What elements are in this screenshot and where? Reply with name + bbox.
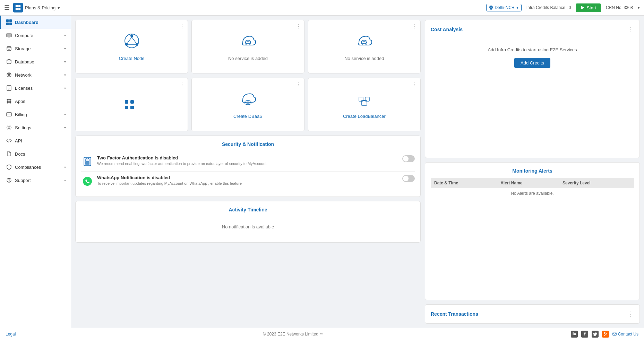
whatsapp-text: WhatsApp Notification is disabled To rec… <box>97 175 399 185</box>
compute-icon <box>6 32 12 38</box>
billing-chevron: ▾ <box>64 113 66 116</box>
two-factor-title: Two Factor Authentication is disabled <box>97 155 399 160</box>
no-service-1-icon <box>239 32 257 53</box>
sidebar-item-compute[interactable]: Compute ▾ <box>0 29 71 42</box>
security-notification-panel: Security & Notification Two Factor Authe… <box>75 136 421 197</box>
logo-box[interactable]: Plans & Pricing ▾ <box>13 3 60 12</box>
svg-point-37 <box>125 43 128 46</box>
no-service-2-label: No service is added <box>344 56 384 61</box>
start-button[interactable]: Start <box>576 3 601 12</box>
sidebar-item-network[interactable]: Network ▾ <box>0 68 71 81</box>
monitoring-table: Date & Time Alert Name Severity Level No… <box>431 178 634 199</box>
monitoring-title: Monitoring Alerts <box>431 168 634 174</box>
region-selector[interactable]: Delhi-NCR ▾ <box>486 4 521 11</box>
sidebar-item-docs[interactable]: Docs <box>0 147 71 160</box>
lock-icon <box>81 155 94 168</box>
recent-transactions-panel: Recent Transactions ⋮ <box>425 304 640 324</box>
footer-copyright: © 2023 E2E Networks Limited ™ <box>263 332 324 337</box>
cost-analysis-title: Cost Analysis <box>431 27 463 32</box>
footer-legal[interactable]: Legal <box>6 332 16 337</box>
billing-icon <box>6 111 12 117</box>
cost-analysis-menu[interactable]: ⋮ <box>628 26 634 33</box>
two-factor-row: Two Factor Authentication is disabled We… <box>81 152 415 172</box>
settings-icon <box>6 124 12 131</box>
card-no-service-1[interactable]: ⋮ No service is added <box>191 20 304 73</box>
database-icon <box>6 59 12 65</box>
svg-point-20 <box>7 99 8 101</box>
crn-chevron: ▾ <box>638 6 640 10</box>
create-node-icon <box>123 32 140 53</box>
whatsapp-row: WhatsApp Notification is disabled To rec… <box>81 172 415 191</box>
add-credits-button[interactable]: Add Credits <box>514 58 550 68</box>
footer: Legal © 2023 E2E Networks Limited ™ Cont… <box>0 328 644 340</box>
col-severity: Severity Level <box>559 178 634 188</box>
facebook-icon[interactable] <box>581 331 588 338</box>
card-menu-create-node[interactable]: ⋮ <box>179 23 185 29</box>
footer-contact-label: Contact Us <box>618 332 638 337</box>
card-menu-dots[interactable]: ⋮ <box>179 81 185 87</box>
topbar-right: Delhi-NCR ▾ Infra Credits Balance : 0 St… <box>486 3 640 12</box>
whatsapp-desc: To receive important updates regarding M… <box>97 181 399 185</box>
sidebar-item-apps[interactable]: Apps <box>0 95 71 108</box>
card-create-node[interactable]: ⋮ Create Node <box>75 20 188 73</box>
two-factor-toggle[interactable] <box>402 155 415 162</box>
svg-rect-1 <box>18 5 20 7</box>
card-menu-lb[interactable]: ⋮ <box>412 81 418 87</box>
twitter-icon[interactable] <box>592 331 599 338</box>
cards-grid-row2: ⋮ ⋮ <box>75 78 421 131</box>
create-dbaas-label: Create DBaaS <box>233 114 263 119</box>
storage-icon <box>6 45 12 52</box>
activity-timeline-title: Activity Timeline <box>81 207 415 212</box>
create-node-label: Create Node <box>119 56 145 61</box>
sidebar-item-storage[interactable]: Storage ▾ <box>0 42 71 55</box>
licenses-chevron: ▾ <box>64 86 66 90</box>
whatsapp-toggle[interactable] <box>402 175 415 182</box>
col-datetime: Date & Time <box>431 178 497 188</box>
svg-rect-2 <box>16 8 18 10</box>
card-menu-no-service-2[interactable]: ⋮ <box>412 23 418 29</box>
sidebar-item-billing[interactable]: Billing ▾ <box>0 108 71 121</box>
apps-icon <box>6 98 12 104</box>
sidebar-item-dashboard[interactable]: Dashboard <box>0 16 71 29</box>
alert-empty-row: No Alerts are available. <box>431 188 634 199</box>
card-no-service-2[interactable]: ⋮ No service is added <box>308 20 421 73</box>
support-icon <box>6 177 12 183</box>
linkedin-icon[interactable] <box>571 331 578 338</box>
card-create-lb[interactable]: ⋮ Create LoadBalancer <box>308 78 421 131</box>
cost-title-row: Cost Analysis ⋮ <box>431 26 634 33</box>
crn-label[interactable]: CRN No. 3368 <box>606 5 633 10</box>
sidebar-label-billing: Billing <box>15 112 27 117</box>
dashboard-icon <box>6 19 12 25</box>
sidebar: Dashboard Compute ▾ Storage ▾ Database ▾ <box>0 16 71 328</box>
sidebar-item-licenses[interactable]: Licenses ▾ <box>0 81 71 95</box>
sidebar-item-settings[interactable]: Settings ▾ <box>0 121 71 134</box>
hamburger-icon[interactable]: ☰ <box>4 4 10 11</box>
svg-point-36 <box>130 34 133 37</box>
sidebar-item-api[interactable]: API <box>0 134 71 147</box>
card-menu-dbaas[interactable]: ⋮ <box>296 81 301 87</box>
database-chevron: ▾ <box>64 60 66 64</box>
sidebar-item-support[interactable]: Support ▾ <box>0 174 71 187</box>
svg-rect-3 <box>18 8 20 10</box>
settings-chevron: ▾ <box>64 126 66 130</box>
svg-line-32 <box>9 139 9 142</box>
no-service-2-icon <box>355 32 373 53</box>
alert-table-header: Date & Time Alert Name Severity Level <box>431 178 634 188</box>
recent-transactions-menu[interactable]: ⋮ <box>628 310 634 318</box>
storage-chevron: ▾ <box>64 47 66 51</box>
footer-contact[interactable]: Contact Us <box>612 332 638 337</box>
rss-icon[interactable] <box>602 331 609 338</box>
plans-label: Plans & Pricing <box>25 5 55 10</box>
sidebar-label-licenses: Licenses <box>15 86 33 91</box>
card-menu-no-service-1[interactable]: ⋮ <box>296 23 301 29</box>
whatsapp-icon <box>81 175 94 188</box>
card-create-dbaas[interactable]: ⋮ Create DBaaS <box>191 78 304 131</box>
two-factor-text: Two Factor Authentication is disabled We… <box>97 155 399 166</box>
sidebar-item-database[interactable]: Database ▾ <box>0 55 71 68</box>
sidebar-label-apps: Apps <box>15 99 25 104</box>
cost-analysis-msg: Add Infra Credits to start using E2E Ser… <box>488 47 577 52</box>
card-dots[interactable]: ⋮ <box>75 78 188 131</box>
plans-dropdown-arrow[interactable]: ▾ <box>58 5 60 10</box>
svg-rect-6 <box>9 19 12 22</box>
sidebar-item-compliances[interactable]: Compliances ▾ <box>0 160 71 174</box>
